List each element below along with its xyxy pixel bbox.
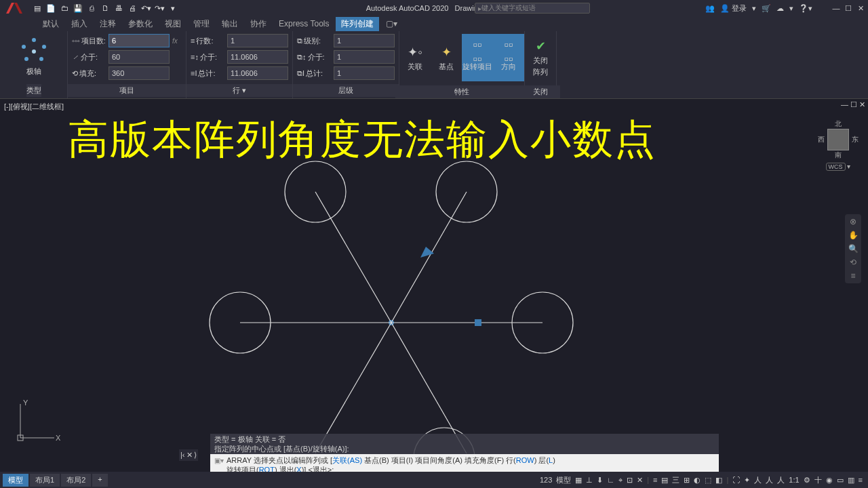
si[interactable]: ⊡ xyxy=(627,476,633,485)
items-between-input[interactable] xyxy=(108,50,170,64)
view-cube[interactable]: 北 西东 南 WCS ▾ xyxy=(818,119,859,167)
si[interactable]: ⛶ xyxy=(732,476,740,484)
max-button[interactable]: ☐ xyxy=(844,4,853,13)
si[interactable]: ⚙ xyxy=(804,476,810,485)
tab-layout2[interactable]: 布局2 xyxy=(61,474,91,487)
tab-parametric[interactable]: 参数化 xyxy=(123,17,158,31)
assoc-button[interactable]: ✦◦关联 xyxy=(399,34,431,81)
si[interactable]: ▥ xyxy=(848,476,854,485)
vp-max[interactable]: ☐ xyxy=(850,100,857,109)
items-fill-label: ⟲ 填充: xyxy=(72,68,106,79)
tab-array-create[interactable]: 阵列创建 xyxy=(336,17,379,31)
si[interactable]: ▭ xyxy=(837,476,844,485)
si[interactable]: ◉ xyxy=(826,476,833,485)
scale[interactable]: 1:1 xyxy=(789,476,799,484)
min-button[interactable]: — xyxy=(831,4,841,13)
search-box[interactable]: ▸ 键入关键字或短语 xyxy=(475,3,590,14)
nav-more-icon[interactable]: ≡ xyxy=(850,271,855,281)
si[interactable]: ◐ xyxy=(694,476,701,485)
qat-save[interactable]: 💾 xyxy=(72,2,84,14)
qat-print[interactable]: 🖨 xyxy=(126,2,138,14)
status-right: 123 模型 ▦⊥ ⬇∟ ⌖⊡ ✕| ≡▤ 三⊞ ◐⬚ ◧| ⛶✦ 人人 人1:… xyxy=(540,475,868,485)
rows-count-input[interactable] xyxy=(227,34,288,47)
orbit-icon[interactable]: ⟲ xyxy=(850,258,856,267)
tab-view[interactable]: 视图 xyxy=(159,17,186,31)
tab-insert[interactable]: 插入 xyxy=(66,17,93,31)
levels-total-input[interactable] xyxy=(334,66,395,80)
svg-rect-3 xyxy=(475,319,481,326)
direction-button[interactable]: ▫▫▫▫方向 xyxy=(493,34,524,81)
si[interactable]: ✕ xyxy=(637,476,643,485)
title-bar: ▤ 📄 🗀 💾 ⎙ 🗋 🖶 🖨 ↶▾ ↷▾ ▾ Autodesk AutoCAD… xyxy=(0,0,868,16)
tab-manage[interactable]: 管理 xyxy=(188,17,215,31)
qat-more[interactable]: ▾ xyxy=(167,2,179,14)
polar-array-icon[interactable] xyxy=(20,38,47,65)
rows-between-input[interactable] xyxy=(227,50,288,64)
vp-close[interactable]: ✕ xyxy=(859,100,865,109)
ribbon-tabs: 默认 插入 注释 参数化 视图 管理 输出 协作 Express Tools 阵… xyxy=(0,16,868,31)
close-button[interactable]: ✕ xyxy=(856,4,865,13)
si[interactable]: 十 xyxy=(814,475,822,485)
quick-access-toolbar: ▤ 📄 🗀 💾 ⎙ 🗋 🖶 🖨 ↶▾ ↷▾ ▾ xyxy=(28,2,182,14)
polar-label: 极轴 xyxy=(26,66,41,77)
si[interactable]: ≡ xyxy=(859,476,863,484)
tab-default[interactable]: 默认 xyxy=(37,17,64,31)
tab-output[interactable]: 输出 xyxy=(216,17,243,31)
drawing-canvas[interactable]: [-][俯视][二维线框] —☐✕ 高版本阵列角度无法输入小数点 北 西东 南 … xyxy=(0,99,868,472)
close-array-button[interactable]: ✔关闭阵列 xyxy=(525,34,556,81)
coords[interactable]: 123 xyxy=(540,476,552,484)
zoom-icon[interactable]: 🔍 xyxy=(848,244,859,253)
si[interactable]: 人 xyxy=(754,475,762,485)
qat-undo[interactable]: ↶▾ xyxy=(140,2,152,14)
nav-wheel-icon[interactable]: ⊗ xyxy=(850,217,856,226)
rows-total-input[interactable] xyxy=(227,66,288,80)
pan-icon[interactable]: ✋ xyxy=(848,230,859,240)
si[interactable]: ⌖ xyxy=(618,476,623,485)
qat-redo[interactable]: ↷▾ xyxy=(153,2,165,14)
tab-app[interactable]: ▢▾ xyxy=(380,18,403,30)
levels-count-input[interactable] xyxy=(334,34,395,47)
base-button[interactable]: ✦基点 xyxy=(431,34,462,81)
si[interactable]: ⬚ xyxy=(705,476,711,485)
rotate-button[interactable]: ▫▫▫▫旋转项目 xyxy=(462,34,493,81)
share-icon[interactable]: 👥 xyxy=(705,4,715,13)
tab-express[interactable]: Express Tools xyxy=(273,18,334,30)
exchange-icon[interactable]: 🛒 xyxy=(762,4,771,13)
si[interactable]: ◧ xyxy=(715,476,722,485)
a360-icon[interactable]: ☁ xyxy=(776,4,784,13)
login-button[interactable]: 👤 登录 xyxy=(720,3,747,14)
qat-plot[interactable]: 🖶 xyxy=(113,2,125,14)
levels-between-input[interactable] xyxy=(334,50,395,64)
drop-icon[interactable]: ▾ xyxy=(789,4,793,13)
status-model[interactable]: 模型 xyxy=(556,475,571,485)
si[interactable]: ⬇ xyxy=(597,476,603,485)
si[interactable]: 三 xyxy=(672,475,679,485)
qat-btn5[interactable]: 🗋 xyxy=(99,2,111,14)
si[interactable]: ▦ xyxy=(575,476,582,485)
si[interactable]: ▤ xyxy=(661,476,668,485)
si[interactable]: ✦ xyxy=(744,476,750,485)
qat-open[interactable]: 🗀 xyxy=(58,2,71,14)
tab-model[interactable]: 模型 xyxy=(3,474,28,487)
help-icon[interactable]: ❔▾ xyxy=(799,4,812,13)
tab-add[interactable]: + xyxy=(92,474,107,487)
nav-bar[interactable]: ⊗ ✋ 🔍 ⟲ ≡ xyxy=(845,214,861,283)
qat-saveas[interactable]: ⎙ xyxy=(85,2,98,14)
cmd-toggle[interactable]: |‹✕⟩ xyxy=(179,449,198,461)
viewport-label[interactable]: [-][俯视][二维线框] xyxy=(4,102,64,112)
si[interactable]: ∟ xyxy=(607,476,614,484)
qat-btn[interactable]: ▤ xyxy=(31,2,43,14)
si[interactable]: 人 xyxy=(766,475,773,485)
items-fill-input[interactable] xyxy=(108,66,170,80)
tab-collab[interactable]: 协作 xyxy=(245,17,272,31)
si[interactable]: 人 xyxy=(777,475,785,485)
tab-layout1[interactable]: 布局1 xyxy=(30,474,60,487)
si[interactable]: ⊥ xyxy=(586,476,593,485)
tab-annotate[interactable]: 注释 xyxy=(94,17,121,31)
vp-min[interactable]: — xyxy=(841,100,848,109)
si[interactable]: ≡ xyxy=(653,476,657,484)
login-drop[interactable]: ▾ xyxy=(752,4,756,13)
si[interactable]: ⊞ xyxy=(684,476,690,485)
qat-new[interactable]: 📄 xyxy=(45,2,57,14)
items-count-input[interactable] xyxy=(108,34,170,47)
